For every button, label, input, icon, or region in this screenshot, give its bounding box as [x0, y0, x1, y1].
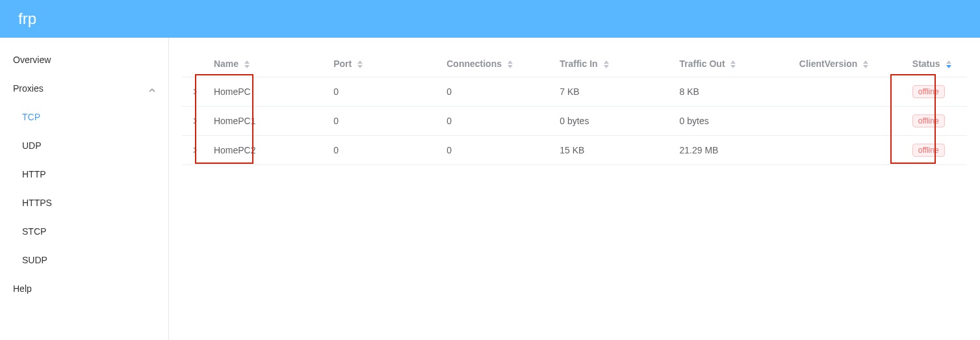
cell-name: HomePC2	[209, 136, 328, 165]
expand-toggle[interactable]	[182, 77, 209, 107]
expand-toggle[interactable]	[182, 107, 209, 136]
sidebar-proxies-label: Proxies	[13, 83, 44, 94]
cell-port: 0	[328, 107, 441, 136]
chevron-right-icon	[192, 86, 198, 97]
th-status-label: Status	[912, 59, 940, 69]
app-title: frp	[18, 10, 36, 28]
cell-client-version	[794, 107, 907, 136]
cell-name: HomePC	[209, 77, 328, 107]
sidebar-stcp-label: STCP	[22, 226, 46, 237]
table-header-connections[interactable]: Connections	[441, 51, 554, 77]
sidebar-sudp-label: SUDP	[22, 255, 47, 265]
th-ver-label: ClientVersion	[799, 59, 857, 69]
sort-icon	[603, 60, 610, 68]
cell-traffic-in: 15 KB	[554, 136, 674, 165]
cell-traffic-in: 0 bytes	[554, 107, 674, 136]
sidebar-subitem-tcp[interactable]: TCP	[0, 103, 168, 131]
cell-traffic-in: 7 KB	[554, 77, 674, 107]
status-badge: offline	[912, 85, 945, 98]
table-header-expand	[182, 51, 209, 77]
sidebar-subitem-https[interactable]: HTTPS	[0, 189, 168, 217]
sidebar: Overview Proxies TCP UDP HTTP HTTPS STCP…	[0, 38, 169, 340]
table-header-traffic-out[interactable]: Traffic Out	[675, 51, 794, 77]
th-name-label: Name	[214, 59, 239, 69]
sidebar-item-help[interactable]: Help	[0, 274, 168, 303]
chevron-right-icon	[192, 116, 198, 126]
cell-port: 0	[328, 136, 441, 165]
table-header-traffic-in[interactable]: Traffic In	[554, 51, 674, 77]
status-badge: offline	[912, 144, 945, 157]
th-port-label: Port	[333, 59, 352, 69]
status-badge: offline	[912, 114, 945, 127]
sidebar-subitem-sudp[interactable]: SUDP	[0, 246, 168, 274]
cell-status: offline	[907, 77, 967, 107]
cell-connections: 0	[441, 136, 554, 165]
table-header-name[interactable]: Name	[209, 51, 328, 77]
table-header-client-version[interactable]: ClientVersion	[794, 51, 907, 77]
cell-traffic-out: 8 KB	[675, 77, 794, 107]
cell-status: offline	[907, 136, 967, 165]
cell-name: HomePC1	[209, 107, 328, 136]
cell-connections: 0	[441, 77, 554, 107]
table-row: HomePC 0 0 7 KB 8 KB offline	[182, 77, 967, 107]
sidebar-item-proxies[interactable]: Proxies	[0, 74, 168, 103]
sidebar-subitem-udp[interactable]: UDP	[0, 131, 168, 160]
sidebar-https-label: HTTPS	[22, 198, 52, 208]
sidebar-udp-label: UDP	[22, 140, 42, 151]
sidebar-overview-label: Overview	[13, 55, 51, 65]
proxies-table: Name Port Connection	[182, 51, 967, 165]
cell-client-version	[794, 77, 907, 107]
sort-icon	[357, 60, 363, 68]
chevron-right-icon	[192, 145, 198, 155]
cell-traffic-out: 0 bytes	[675, 107, 794, 136]
sidebar-subitem-stcp[interactable]: STCP	[0, 217, 168, 246]
cell-client-version	[794, 136, 907, 165]
cell-port: 0	[328, 77, 441, 107]
table-header-status[interactable]: Status	[907, 51, 967, 77]
sort-icon	[862, 60, 869, 68]
main-content: Name Port Connection	[169, 38, 980, 340]
sidebar-subitem-http[interactable]: HTTP	[0, 160, 168, 189]
cell-status: offline	[907, 107, 967, 136]
sort-icon	[730, 60, 736, 68]
expand-toggle[interactable]	[182, 136, 209, 165]
sort-icon	[244, 60, 250, 68]
sidebar-tcp-label: TCP	[22, 112, 40, 122]
cell-traffic-out: 21.29 MB	[675, 136, 794, 165]
table-row: HomePC2 0 0 15 KB 21.29 MB offline	[182, 136, 967, 165]
sidebar-item-overview[interactable]: Overview	[0, 46, 168, 74]
th-tin-label: Traffic In	[560, 59, 597, 69]
sidebar-help-label: Help	[13, 283, 32, 294]
main-layout: Overview Proxies TCP UDP HTTP HTTPS STCP…	[0, 38, 980, 340]
app-header: frp	[0, 0, 980, 38]
th-conn-label: Connections	[446, 59, 502, 69]
th-tout-label: Traffic Out	[680, 59, 725, 69]
sidebar-http-label: HTTP	[22, 169, 46, 179]
table-row: HomePC1 0 0 0 bytes 0 bytes offline	[182, 107, 967, 136]
sort-icon	[946, 60, 952, 68]
chevron-up-icon	[149, 85, 155, 92]
table-header-port[interactable]: Port	[328, 51, 441, 77]
cell-connections: 0	[441, 107, 554, 136]
sort-icon	[507, 60, 513, 68]
